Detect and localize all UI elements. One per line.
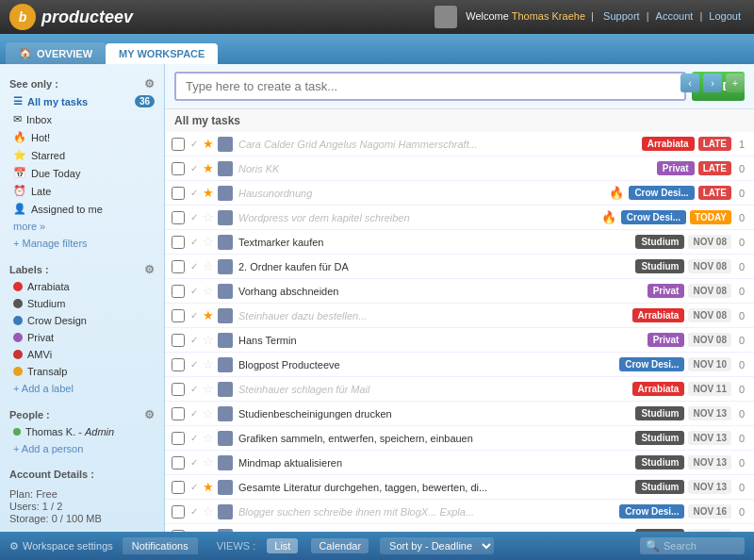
support-link[interactable]: Support: [603, 10, 640, 22]
sidebar-item-late[interactable]: ⏰ Late: [0, 182, 164, 200]
add-person-link[interactable]: + Add a person: [0, 440, 164, 457]
task-name[interactable]: Blogpost Producteeve: [235, 359, 617, 371]
tab-overview[interactable]: 🏠 OVERVIEW: [6, 42, 106, 64]
label-tag[interactable]: Privat: [647, 333, 685, 347]
view-list-button[interactable]: List: [267, 538, 298, 553]
label-tag[interactable]: Arrabiata: [632, 382, 685, 396]
star-icon[interactable]: ☆: [203, 357, 214, 371]
task-checkbox[interactable]: [172, 309, 185, 322]
label-tag[interactable]: Studium: [635, 455, 684, 469]
sidebar-item-all-tasks[interactable]: ☰ All my tasks 36: [0, 92, 164, 110]
label-tag[interactable]: Arrabiata: [642, 137, 695, 151]
task-name[interactable]: Wordpress vor dem kapitel schreiben: [235, 212, 598, 223]
sidebar-item-inbox[interactable]: ✉ Inbox: [0, 110, 164, 128]
task-name[interactable]: Grafiken sammeln, entwerfen, speichern, …: [235, 433, 633, 444]
task-name[interactable]: 2. Ordner kaufen für DA: [235, 261, 633, 272]
label-tag[interactable]: Studium: [635, 406, 684, 420]
add-label-link[interactable]: + Add a label: [0, 380, 164, 397]
star-icon[interactable]: ☆: [203, 210, 214, 224]
label-tag[interactable]: Crow Desi...: [629, 186, 694, 200]
task-name[interactable]: Studienbescheinigungen drucken: [235, 408, 633, 420]
star-icon[interactable]: ☆: [203, 504, 214, 519]
task-checkbox[interactable]: [172, 334, 185, 347]
star-icon[interactable]: ☆: [203, 431, 214, 445]
tab-add-button[interactable]: +: [726, 74, 745, 92]
star-icon[interactable]: ☆: [203, 259, 214, 273]
sidebar-item-starred[interactable]: ⭐ Starred: [0, 146, 164, 164]
workspace-settings-button[interactable]: ⚙ Workspace settings: [9, 540, 113, 552]
task-checkbox[interactable]: [172, 260, 185, 273]
notifications-tab[interactable]: Notifications: [123, 537, 198, 554]
task-checkbox[interactable]: [172, 481, 185, 494]
account-link[interactable]: Account: [656, 10, 694, 22]
tab-prev-button[interactable]: ‹: [680, 74, 699, 92]
sidebar-label-transalp[interactable]: Transalp: [0, 363, 164, 380]
task-name[interactable]: Blogger suchen schreibe ihnen mit BlogX.…: [235, 506, 617, 518]
star-icon[interactable]: ☆: [203, 455, 214, 469]
task-checkbox[interactable]: [172, 530, 185, 533]
task-name[interactable]: Steinhauer dazu bestellen...: [235, 310, 631, 321]
task-name[interactable]: Steinhauer schlagen für Mail: [235, 384, 631, 395]
label-tag[interactable]: Crow Desi...: [619, 504, 684, 519]
star-icon[interactable]: ☆: [203, 284, 214, 298]
star-icon[interactable]: ★: [203, 161, 214, 175]
sidebar-label-crow[interactable]: Crow Design: [0, 312, 164, 329]
logout-link[interactable]: Logout: [709, 10, 741, 22]
more-link[interactable]: more »: [0, 218, 164, 235]
view-calendar-button[interactable]: Calendar: [311, 538, 369, 553]
tab-next-button[interactable]: ›: [703, 74, 722, 92]
task-name[interactable]: Experiment: Artikel auch von Freebase ta…: [235, 531, 633, 533]
label-tag[interactable]: Studium: [635, 259, 684, 273]
star-icon[interactable]: ★: [203, 308, 214, 322]
task-name[interactable]: Noris KK: [235, 163, 655, 174]
star-icon[interactable]: ☆: [203, 529, 214, 532]
task-checkbox[interactable]: [172, 236, 185, 249]
label-tag[interactable]: Crow Desi...: [619, 357, 684, 371]
task-name[interactable]: Vorhang abschneiden: [235, 286, 646, 297]
label-tag[interactable]: Studium: [635, 431, 684, 445]
task-checkbox[interactable]: [172, 162, 185, 175]
task-name[interactable]: Cara Calder Grid Angelus Nagomi Hammersc…: [235, 139, 640, 150]
sidebar-label-arrabiata[interactable]: Arrabiata: [0, 278, 164, 295]
task-checkbox[interactable]: [172, 187, 185, 200]
star-icon[interactable]: ☆: [203, 333, 214, 347]
task-name[interactable]: Hans Termin: [235, 335, 646, 346]
search-input[interactable]: [664, 540, 739, 552]
task-checkbox[interactable]: [172, 407, 185, 420]
sidebar-person-thomas[interactable]: Thomas K. - Admin: [0, 423, 164, 440]
star-icon[interactable]: ★: [203, 137, 214, 151]
label-tag[interactable]: Studium: [635, 529, 684, 532]
label-tag[interactable]: Privat: [647, 284, 685, 298]
sort-select[interactable]: Sort by - Deadline: [380, 537, 494, 554]
star-icon[interactable]: ☆: [203, 382, 214, 396]
label-tag[interactable]: Studium: [635, 480, 684, 494]
sidebar-label-amvi[interactable]: AMVi: [0, 346, 164, 363]
sidebar-label-studium[interactable]: Studium: [0, 295, 164, 312]
label-tag[interactable]: Studium: [635, 235, 684, 249]
star-icon[interactable]: ★: [203, 186, 214, 200]
star-icon[interactable]: ☆: [203, 235, 214, 249]
task-checkbox[interactable]: [172, 285, 185, 298]
people-gear-icon[interactable]: ⚙: [144, 408, 155, 421]
task-checkbox[interactable]: [172, 456, 185, 469]
task-checkbox[interactable]: [172, 432, 185, 445]
sidebar-label-privat[interactable]: Privat: [0, 329, 164, 346]
sidebar-item-hot[interactable]: 🔥 Hot!: [0, 128, 164, 146]
sidebar-item-due-today[interactable]: 📅 Due Today: [0, 164, 164, 182]
star-icon[interactable]: ☆: [203, 406, 214, 420]
sidebar-item-assigned[interactable]: 👤 Assigned to me: [0, 200, 164, 218]
label-tag[interactable]: Privat: [657, 161, 695, 175]
manage-filters-link[interactable]: + Manage filters: [0, 235, 164, 252]
labels-gear-icon[interactable]: ⚙: [144, 263, 155, 276]
see-only-gear-icon[interactable]: ⚙: [144, 77, 155, 91]
task-name[interactable]: Hausunordnung: [235, 188, 606, 199]
task-checkbox[interactable]: [172, 138, 185, 151]
task-name[interactable]: Textmarker kaufen: [235, 237, 633, 248]
task-name[interactable]: Mindmap aktualisieren: [235, 457, 633, 469]
star-icon[interactable]: ★: [203, 480, 214, 494]
task-checkbox[interactable]: [172, 211, 185, 224]
tab-workspace[interactable]: MY WORKSPACE: [106, 43, 218, 64]
task-name[interactable]: Gesamte Literatur durchgehen, taggen, be…: [235, 482, 633, 493]
task-checkbox[interactable]: [172, 358, 185, 371]
task-input[interactable]: [174, 72, 686, 101]
